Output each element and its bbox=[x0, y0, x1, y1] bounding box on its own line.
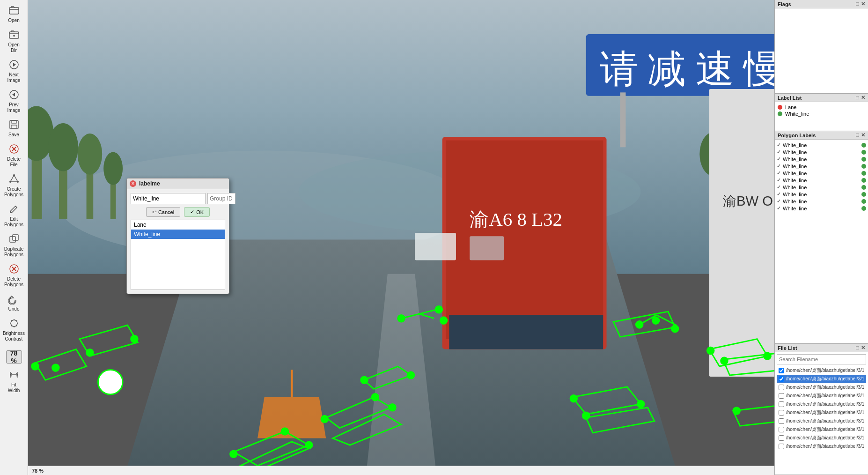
create-polygons-button[interactable]: CreatePolygons bbox=[2, 171, 26, 200]
file-checkbox[interactable] bbox=[779, 368, 784, 373]
svg-point-72 bbox=[361, 377, 368, 384]
polygon-label-item[interactable]: ✓White_line bbox=[777, 156, 866, 163]
file-list-item[interactable]: /home/chen/桌面/biaozhu/getlabel/3/1 bbox=[777, 425, 866, 434]
svg-point-71 bbox=[389, 404, 396, 411]
polygon-dot bbox=[861, 157, 866, 162]
svg-point-68 bbox=[281, 428, 288, 435]
canvas-area[interactable]: 请 减 速 慢 行 渝A6 8 L32 渝BW O bbox=[28, 0, 774, 466]
svg-text:渝BW O: 渝BW O bbox=[723, 193, 773, 208]
svg-point-24 bbox=[48, 123, 78, 171]
file-list-item[interactable]: /home/chen/桌面/biaozhu/getlabel/3/1 bbox=[777, 383, 866, 392]
zoom-display: 78 % bbox=[32, 468, 44, 474]
svg-point-65 bbox=[32, 363, 39, 370]
duplicate-polygons-button[interactable]: DuplicatePolygons bbox=[2, 230, 26, 260]
delete-file-button[interactable]: DeleteFile bbox=[2, 141, 26, 170]
file-list-item[interactable]: /home/chen/桌面/biaozhu/getlabel/3/1 bbox=[777, 375, 866, 383]
undo-button[interactable]: Undo bbox=[2, 290, 26, 314]
duplicate-polygons-icon bbox=[7, 232, 21, 245]
svg-rect-5 bbox=[12, 120, 16, 123]
dialog-close-button[interactable]: ✕ bbox=[130, 180, 136, 187]
file-name: /home/chen/桌面/biaozhu/getlabel/3/1 bbox=[786, 393, 864, 399]
label-list-item[interactable]: White_line bbox=[778, 111, 865, 117]
next-image-icon bbox=[7, 58, 21, 71]
undo-icon bbox=[7, 292, 21, 305]
file-name: /home/chen/桌面/biaozhu/getlabel/3/1 bbox=[786, 401, 864, 408]
open-button[interactable]: Open bbox=[2, 2, 26, 25]
checkbox-checkmark: ✓ bbox=[777, 163, 781, 169]
dialog-list-item[interactable]: Lane bbox=[131, 220, 225, 230]
group-id-label bbox=[207, 193, 235, 204]
polygon-label-item[interactable]: ✓White_line bbox=[777, 205, 866, 212]
polygon-labels-expand-icon[interactable]: □ bbox=[856, 132, 859, 138]
file-checkbox[interactable] bbox=[779, 410, 784, 416]
label-list-panel-close-icon[interactable]: ✕ bbox=[861, 95, 865, 101]
file-checkbox[interactable] bbox=[779, 376, 784, 382]
svg-point-11 bbox=[9, 181, 11, 183]
polygon-label-item[interactable]: ✓White_line bbox=[777, 148, 866, 156]
file-list-item[interactable]: /home/chen/桌面/biaozhu/getlabel/3/1 bbox=[777, 434, 866, 442]
next-image-button[interactable]: NextImage bbox=[2, 56, 26, 85]
file-list-expand-icon[interactable]: □ bbox=[856, 345, 859, 351]
file-list-item[interactable]: /home/chen/桌面/biaozhu/getlabel/3/1 bbox=[777, 392, 866, 400]
label-list-item[interactable]: Lane bbox=[778, 104, 865, 111]
prev-image-button[interactable]: PrevImage bbox=[2, 86, 26, 115]
svg-point-88 bbox=[435, 306, 442, 313]
dialog-list[interactable]: LaneWhite_line bbox=[131, 220, 225, 290]
search-filename-input[interactable] bbox=[777, 354, 866, 364]
file-checkbox[interactable] bbox=[779, 385, 784, 390]
flags-panel-expand-icon[interactable]: □ bbox=[856, 1, 859, 7]
polygon-label-item[interactable]: ✓White_line bbox=[777, 191, 866, 198]
svg-point-10 bbox=[17, 181, 19, 183]
polygon-label-item[interactable]: ✓White_line bbox=[777, 177, 866, 184]
delete-polygons-button[interactable]: DeletePolygons bbox=[2, 260, 26, 289]
file-list-close-icon[interactable]: ✕ bbox=[861, 345, 865, 351]
file-list-items: /home/chen/桌面/biaozhu/getlabel/3/1/home/… bbox=[777, 366, 866, 451]
group-id-input[interactable] bbox=[207, 193, 235, 204]
polygon-label-item[interactable]: ✓White_line bbox=[777, 170, 866, 177]
polygon-label-name: White_line bbox=[783, 185, 807, 190]
open-dir-button[interactable]: OpenDir bbox=[2, 26, 26, 55]
edit-polygons-button[interactable]: EditPolygons bbox=[2, 200, 26, 230]
flags-panel-close-icon[interactable]: ✕ bbox=[861, 1, 865, 7]
polygon-label-item[interactable]: ✓White_line bbox=[777, 141, 866, 148]
svg-point-61 bbox=[52, 364, 59, 371]
polygon-dot bbox=[861, 171, 866, 176]
file-list-item[interactable]: /home/chen/桌面/biaozhu/getlabel/3/1 bbox=[777, 366, 866, 375]
ok-button[interactable]: ✓ OK bbox=[184, 207, 210, 217]
svg-text:渝A6 8 L32: 渝A6 8 L32 bbox=[470, 209, 562, 230]
polygon-label-item[interactable]: ✓White_line bbox=[777, 163, 866, 170]
svg-point-89 bbox=[440, 317, 447, 324]
fit-width-button[interactable]: 78 % bbox=[2, 349, 26, 365]
polygon-labels-close-icon[interactable]: ✕ bbox=[861, 132, 865, 138]
file-list-item[interactable]: /home/chen/桌面/biaozhu/getlabel/3/1 bbox=[777, 400, 866, 408]
brightness-contrast-button[interactable]: BrightnessContrast bbox=[2, 315, 26, 344]
file-checkbox[interactable] bbox=[779, 427, 784, 432]
checkbox-checkmark: ✓ bbox=[777, 177, 781, 183]
file-name: /home/chen/桌面/biaozhu/getlabel/3/1 bbox=[786, 443, 864, 450]
file-checkbox[interactable] bbox=[779, 401, 784, 407]
dialog-list-item[interactable]: White_line bbox=[131, 230, 225, 239]
main-area: 请 减 速 慢 行 渝A6 8 L32 渝BW O bbox=[28, 0, 774, 475]
file-list-item[interactable]: /home/chen/桌面/biaozhu/getlabel/3/1 bbox=[777, 417, 866, 425]
file-checkbox[interactable] bbox=[779, 444, 784, 449]
polygon-labels-panel: Polygon Labels □ ✕ ✓White_line✓White_lin… bbox=[775, 131, 868, 344]
label-list-panel: Label List □ ✕ LaneWhite_line bbox=[775, 94, 868, 131]
polygon-label-item[interactable]: ✓White_line bbox=[777, 184, 866, 191]
file-list-panel: File List □ ✕ /home/chen/桌面/biaozhu/getl… bbox=[775, 344, 868, 475]
file-list-item[interactable]: /home/chen/桌面/biaozhu/getlabel/3/1 bbox=[777, 408, 866, 417]
fit-width-button-2[interactable]: FitWidth bbox=[2, 366, 26, 395]
label-input[interactable] bbox=[131, 193, 206, 204]
cancel-button[interactable]: ↩ Cancel bbox=[146, 207, 180, 217]
save-button[interactable]: Save bbox=[2, 116, 26, 140]
labelme-dialog[interactable]: ✕ labelme ↩ Cancel bbox=[126, 178, 229, 294]
polygon-label-name: White_line bbox=[783, 206, 807, 211]
svg-rect-46 bbox=[470, 236, 504, 260]
right-panels: Flags □ ✕ Label List □ ✕ LaneWhite_line … bbox=[774, 0, 868, 475]
label-list-panel-expand-icon[interactable]: □ bbox=[856, 95, 859, 101]
edit-polygons-icon bbox=[7, 202, 21, 215]
file-list-item[interactable]: /home/chen/桌面/biaozhu/getlabel/3/1 bbox=[777, 442, 866, 451]
file-checkbox[interactable] bbox=[779, 418, 784, 424]
file-checkbox[interactable] bbox=[779, 393, 784, 399]
polygon-label-item[interactable]: ✓White_line bbox=[777, 198, 866, 205]
file-checkbox[interactable] bbox=[779, 435, 784, 441]
